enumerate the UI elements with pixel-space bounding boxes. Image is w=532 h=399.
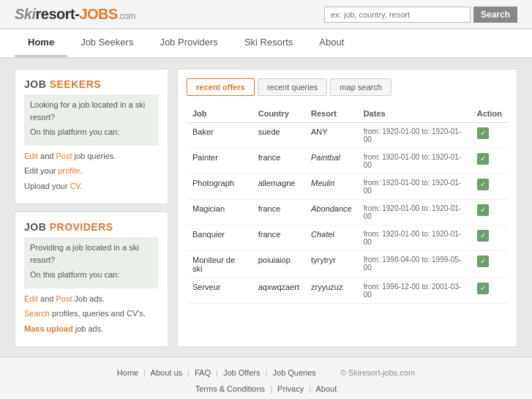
cell-job: Photograph: [187, 174, 252, 200]
footer: Home | About us | FAQ | Job Offers | Job…: [0, 357, 532, 399]
job-providers-box: JOB Providers Providing a job located in…: [15, 212, 168, 347]
divider-5: |: [270, 384, 272, 393]
cell-job: Moniteur de ski: [187, 251, 252, 278]
nav-about[interactable]: About: [306, 29, 357, 57]
cell-job: Banquier: [187, 225, 252, 251]
cell-dates: from: 1996-12-00 to: 2001-03-00: [358, 278, 471, 304]
col-job: Job: [187, 105, 252, 123]
content-tabs: recent offers recent queries map search: [187, 78, 508, 96]
table-row: PainterfrancePaintbalfrom: 1920-01-00 to…: [187, 149, 508, 174]
nav-job-providers[interactable]: Job Providers: [146, 29, 231, 57]
footer-faq[interactable]: FAQ: [195, 368, 211, 377]
providers-search-link[interactable]: Search: [24, 309, 50, 318]
logo-com: .com: [118, 11, 135, 21]
divider-1: |: [143, 368, 146, 377]
apply-icon[interactable]: ✓: [477, 153, 489, 165]
logo-resort: resort: [36, 6, 75, 22]
seekers-profile-link-p: Edit your profile.: [24, 165, 159, 177]
apply-icon[interactable]: ✓: [477, 204, 489, 216]
providers-links-1: Edit and Post Job ads.: [24, 293, 159, 305]
seekers-sub: On this platform you can:: [30, 126, 153, 138]
tab-recent-queries[interactable]: recent queries: [258, 78, 328, 96]
seekers-profile-link[interactable]: profile: [58, 166, 80, 175]
table-body: BakersuedeANYfrom: 1920-01-00 to: 1920-0…: [187, 123, 508, 304]
cell-country: france: [252, 225, 305, 251]
nav-ski-resorts[interactable]: Ski Resorts: [231, 29, 306, 57]
footer-terms[interactable]: Terms & Conditions: [195, 384, 265, 393]
footer-home[interactable]: Home: [117, 368, 138, 377]
search-area: Search: [324, 7, 517, 23]
apply-icon[interactable]: ✓: [477, 127, 489, 139]
providers-mass-link-p: Mass upload job ads.: [24, 323, 159, 335]
cell-country: poiuiaiop: [252, 251, 305, 278]
providers-post-link[interactable]: Post: [56, 294, 72, 303]
table-row: BanquierfranceChatelfrom: 1920-01-00 to:…: [187, 225, 508, 251]
sidebar: JOB Seekers Looking for a job located in…: [15, 69, 168, 347]
cell-country: allemagne: [252, 174, 305, 200]
apply-icon[interactable]: ✓: [477, 230, 489, 242]
cell-resort: zryyuzuz: [305, 278, 358, 304]
footer-bottom: Terms & Conditions | Privacy | About: [15, 384, 517, 393]
providers-edit-link[interactable]: Edit: [24, 294, 38, 303]
cell-job: Baker: [187, 123, 252, 149]
cell-action: ✓: [471, 200, 508, 225]
col-action: Action: [471, 105, 508, 123]
job-providers-title: JOB Providers: [24, 221, 159, 233]
table-row: MagicianfranceAbondancefrom: 1920-01-00 …: [187, 200, 508, 225]
job-seekers-box: JOB Seekers Looking for a job located in…: [15, 69, 168, 204]
table-row: Serveuraqxwqzaertzryyuzuzfrom: 1996-12-0…: [187, 278, 508, 304]
col-dates: Dates: [358, 105, 471, 123]
tab-recent-offers[interactable]: recent offers: [187, 78, 255, 96]
job-seekers-title: JOB Seekers: [24, 78, 159, 90]
search-input[interactable]: [324, 7, 471, 23]
seekers-cv-link[interactable]: CV: [70, 182, 80, 190]
cell-action: ✓: [471, 174, 508, 200]
footer-about-us[interactable]: About us: [151, 368, 182, 377]
cell-resort: ANY: [305, 123, 358, 149]
footer-privacy[interactable]: Privacy: [277, 384, 304, 393]
divider-2: |: [187, 368, 190, 377]
cell-country: suede: [252, 123, 305, 149]
cell-resort: Chatel: [305, 225, 358, 251]
seekers-post-link[interactable]: Post: [56, 152, 72, 160]
cell-action: ✓: [471, 278, 508, 304]
providers-mass-link[interactable]: Mass upload: [24, 324, 73, 333]
main-content: JOB Seekers Looking for a job located in…: [0, 59, 532, 357]
cell-resort: Abondance: [305, 200, 358, 225]
footer-about[interactable]: About: [316, 384, 337, 393]
jobs-table: Job Country Resort Dates Action Bakersue…: [187, 105, 508, 304]
cell-dates: from: 1920-01-00 to: 1920-01-00: [358, 225, 471, 251]
logo: Skiresort-JOBS.com: [15, 6, 135, 23]
cell-dates: from: 1920-01-00 to: 1920-01-00: [358, 149, 471, 174]
apply-icon[interactable]: ✓: [477, 256, 489, 267]
cell-dates: from: 1920-01-00 to: 1920-01-00: [358, 200, 471, 225]
footer-links: Home | About us | FAQ | Job Offers | Job…: [15, 368, 517, 377]
cell-action: ✓: [471, 149, 508, 174]
divider-4: |: [266, 368, 268, 377]
table-header: Job Country Resort Dates Action: [187, 105, 508, 123]
logo-ski: Ski: [15, 6, 36, 22]
header: Skiresort-JOBS.com Search: [0, 0, 532, 29]
cell-job: Magician: [187, 200, 252, 225]
nav-job-seekers[interactable]: Job Seekers: [67, 29, 146, 57]
cell-resort: Paintbal: [305, 149, 358, 174]
providers-sub: On this platform you can:: [30, 269, 153, 281]
table-row: PhotographallemagneMeulinfrom: 1920-01-0…: [187, 174, 508, 200]
nav-home[interactable]: Home: [15, 29, 67, 57]
apply-icon[interactable]: ✓: [477, 283, 489, 294]
footer-job-offers[interactable]: Job Offers: [223, 368, 261, 377]
cell-country: france: [252, 200, 305, 225]
col-country: Country: [252, 105, 305, 123]
apply-icon[interactable]: ✓: [477, 179, 489, 190]
table-row: BakersuedeANYfrom: 1920-01-00 to: 1920-0…: [187, 123, 508, 149]
footer-copyright: © Skiresort-jobs.com: [340, 368, 415, 377]
providers-search-link-p: Search profiles, queries and CV's.: [24, 307, 159, 320]
seekers-edit-link[interactable]: Edit: [24, 152, 38, 160]
col-resort: Resort: [305, 105, 358, 123]
providers-description: Providing a job located in a ski resort?: [30, 242, 153, 266]
tab-map-search[interactable]: map search: [330, 78, 391, 96]
cell-dates: from: 1920-01-00 to: 1920-01-00: [358, 174, 471, 200]
cell-country: aqxwqzaert: [252, 278, 305, 304]
footer-job-queries[interactable]: Job Queries: [273, 368, 316, 377]
search-button[interactable]: Search: [473, 7, 517, 23]
